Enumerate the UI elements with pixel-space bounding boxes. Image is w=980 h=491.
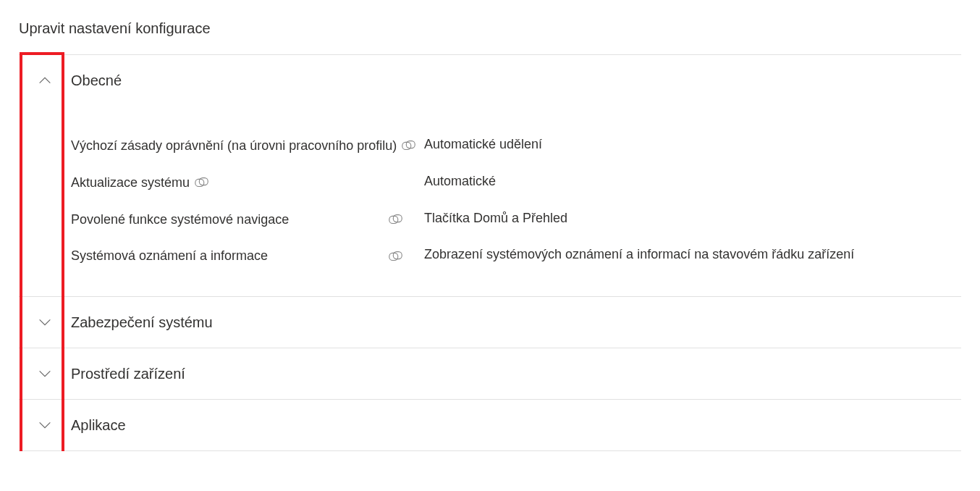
section-header-security[interactable]: Zabezpečení systému: [19, 297, 961, 348]
page-title: Upravit nastavení konfigurace: [19, 20, 961, 37]
chevron-down-icon: [19, 366, 71, 382]
section-applications: Aplikace: [19, 400, 961, 451]
section-security: Zabezpečení systému: [19, 297, 961, 348]
copilot-icon[interactable]: [194, 176, 210, 189]
section-title: Obecné: [71, 72, 122, 89]
copilot-icon[interactable]: [388, 250, 424, 263]
setting-value: Automatické udělení: [424, 135, 961, 152]
section-general: Obecné Výchozí zásady oprávnění (na úrov…: [19, 55, 961, 297]
setting-row: Povolené funkce systémové navigace Tlačí…: [71, 201, 961, 238]
section-title: Aplikace: [71, 417, 126, 434]
setting-row: Systémová oznámení a informace Zobrazení…: [71, 238, 961, 274]
setting-label: Povolené funkce systémové navigace: [71, 209, 424, 230]
setting-label-text: Povolené funkce systémové navigace: [71, 209, 289, 230]
section-content-general: Výchozí zásady oprávnění (na úrovni prac…: [19, 106, 961, 296]
setting-value: Tlačítka Domů a Přehled: [424, 209, 961, 226]
setting-row: Aktualizace systému Automatické: [71, 164, 961, 201]
copilot-icon[interactable]: [388, 213, 424, 226]
section-title: Prostředí zařízení: [71, 366, 185, 382]
setting-value: Automatické: [424, 172, 961, 189]
setting-label-text: Výchozí zásady oprávnění (na úrovni prac…: [71, 135, 397, 156]
section-header-environment[interactable]: Prostředí zařízení: [19, 348, 961, 399]
setting-label: Aktualizace systému: [71, 172, 424, 193]
setting-label: Výchozí zásady oprávnění (na úrovni prac…: [71, 135, 424, 156]
setting-value: Zobrazení systémových oznámení a informa…: [424, 246, 961, 262]
section-header-general[interactable]: Obecné: [19, 55, 961, 106]
section-title: Zabezpečení systému: [71, 314, 213, 331]
setting-label: Systémová oznámení a informace: [71, 246, 424, 267]
chevron-down-icon: [19, 314, 71, 330]
setting-label-text: Systémová oznámení a informace: [71, 246, 268, 267]
chevron-up-icon: [19, 72, 71, 88]
setting-row: Výchozí zásady oprávnění (na úrovni prac…: [71, 127, 961, 164]
sections-list: Obecné Výchozí zásady oprávnění (na úrov…: [19, 54, 961, 451]
section-environment: Prostředí zařízení: [19, 348, 961, 400]
copilot-icon[interactable]: [401, 139, 417, 152]
setting-label-text: Aktualizace systému: [71, 172, 190, 193]
chevron-down-icon: [19, 417, 71, 433]
section-header-applications[interactable]: Aplikace: [19, 400, 961, 450]
